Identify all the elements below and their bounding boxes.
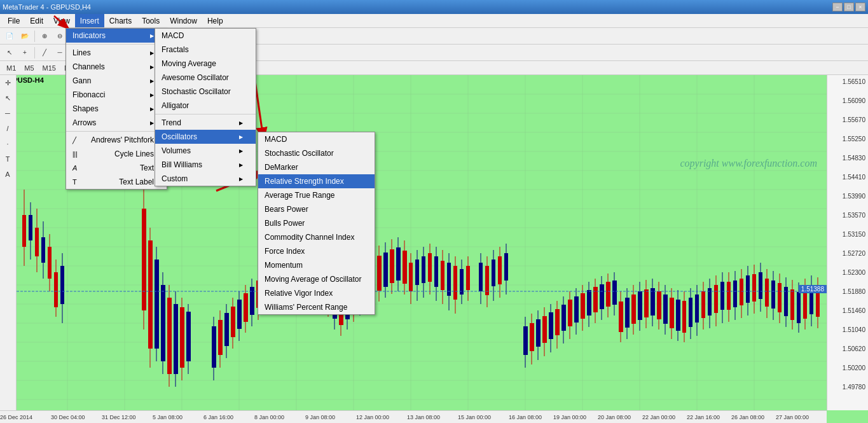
minimize-button[interactable]: −	[832, 3, 843, 11]
menu-item-insert[interactable]: Insert	[75, 14, 104, 27]
indicator-stochastic[interactable]: Stochastic Oscillator	[155, 85, 256, 99]
period-btn-m5[interactable]: M5	[20, 63, 38, 73]
menu-item-view[interactable]: View	[48, 14, 75, 27]
crosshair-tool[interactable]: +	[18, 46, 32, 60]
hline-tool[interactable]: ─	[53, 46, 67, 60]
osc-macd[interactable]: MACD	[258, 132, 375, 146]
menu-fibonacci[interactable]: Fibonacci	[66, 88, 167, 102]
cursor-tool[interactable]: ↖	[3, 46, 17, 60]
menu-gann[interactable]: Gann	[66, 74, 167, 88]
indicator-bill-williams[interactable]: Bill Williams	[155, 158, 256, 172]
indicator-oscillators[interactable]: Oscillators	[155, 130, 256, 144]
osc-williams-pr[interactable]: Williams' Percent Range	[258, 300, 375, 314]
candle-r1	[409, 253, 413, 304]
period-btn-m15[interactable]: M15	[39, 63, 60, 73]
candle-rec6	[244, 285, 248, 333]
price-1.53570: 1.53570	[843, 212, 865, 219]
svg-rect-143	[237, 300, 242, 329]
svg-rect-91	[733, 281, 737, 307]
menu-lines[interactable]: Lines	[66, 46, 167, 60]
svg-rect-197	[523, 326, 528, 355]
line-side-tool[interactable]: /	[0, 121, 15, 136]
menu-item-tools[interactable]: Tools	[137, 14, 165, 27]
hline-side-tool[interactable]: ─	[0, 106, 15, 121]
label-side-tool[interactable]: A	[0, 167, 15, 182]
indicator-fractals[interactable]: Fractals	[155, 43, 256, 57]
osc-bulls-power[interactable]: Bulls Power	[258, 216, 375, 230]
price-1.54830: 1.54830	[843, 155, 865, 162]
menu-text[interactable]: AText	[66, 161, 167, 175]
svg-rect-79	[695, 295, 699, 322]
svg-rect-69	[492, 260, 495, 286]
candle-rrec5	[549, 304, 553, 352]
menu-item-window[interactable]: Window	[165, 14, 202, 27]
osc-momentum[interactable]: Momentum	[258, 258, 375, 272]
osc-bears-power[interactable]: Bears Power	[258, 202, 375, 216]
indicator-custom[interactable]: Custom	[155, 172, 256, 186]
menu-item-edit[interactable]: Edit	[25, 14, 48, 27]
osc-atr[interactable]: Average True Range	[258, 188, 375, 202]
menu-andrews-pitchfork[interactable]: ╱Andrews' Pitchfork	[66, 133, 167, 147]
osc-rvi[interactable]: Relative Vigor Index	[258, 286, 375, 300]
insert-menu: Indicators Lines Channels Gann Fibonacci…	[65, 28, 167, 190]
svg-rect-217	[587, 290, 591, 316]
indicator-awesome-oscillator[interactable]: Awesome Oscillator	[155, 71, 256, 85]
menu-item-help[interactable]: Help	[202, 14, 228, 27]
text-side-tool[interactable]: T	[0, 151, 15, 167]
candle-far2	[689, 288, 692, 339]
indicator-volumes[interactable]: Volumes	[155, 144, 256, 158]
candle-r15	[504, 244, 508, 295]
svg-rect-41	[54, 272, 58, 307]
svg-rect-235	[644, 289, 649, 317]
osc-rsi[interactable]: Relative Strength Index	[258, 174, 375, 188]
current-price-value: 1.51388	[801, 286, 824, 293]
svg-rect-111	[797, 292, 801, 323]
open-button[interactable]: 📂	[18, 29, 32, 43]
menu-indicators[interactable]: Indicators	[66, 29, 167, 43]
candle-5	[48, 234, 52, 291]
candle-rrec1	[523, 317, 528, 368]
indicator-moving-average[interactable]: Moving Average	[155, 57, 256, 71]
svg-rect-99	[759, 272, 762, 299]
zoom-in-button[interactable]: ⊕	[38, 29, 52, 43]
crosshair-side-tool[interactable]: ✛	[0, 75, 15, 90]
price-1.52300: 1.52300	[843, 269, 865, 276]
side-toolbar: ✛ ↖ ─ / · T A	[0, 75, 17, 410]
svg-rect-239	[657, 291, 661, 319]
title-text: MetaTrader 4 - GBPUSD,H4	[3, 3, 91, 11]
maximize-button[interactable]: □	[844, 3, 854, 11]
menu-text-label[interactable]: TText Label	[66, 175, 167, 189]
osc-force-index[interactable]: Force Index	[258, 244, 375, 258]
menu-shapes[interactable]: Shapes	[66, 102, 167, 116]
indicator-alligator[interactable]: Alligator	[155, 99, 256, 113]
osc-mao[interactable]: Moving Average of Oscillator	[258, 272, 375, 286]
svg-rect-201	[536, 319, 541, 347]
osc-cci[interactable]: Commodity Channel Index	[258, 230, 375, 244]
menu-cycle-lines[interactable]: |||Cycle Lines	[66, 147, 167, 161]
new-chart-button[interactable]: 📄	[3, 29, 17, 43]
menu-item-charts[interactable]: Charts	[104, 14, 137, 27]
menu-arrows[interactable]: Arrows	[66, 116, 167, 130]
indicator-macd[interactable]: MACD	[155, 29, 256, 43]
candle-dip11	[390, 239, 394, 294]
indicator-trend[interactable]: Trend	[155, 116, 256, 130]
candle-r3	[422, 247, 425, 298]
zoom-out-button[interactable]: ⊖	[53, 29, 67, 43]
dot-side-tool[interactable]: ·	[0, 136, 15, 151]
candle-far12	[752, 265, 756, 314]
price-1.55250: 1.55250	[843, 135, 865, 142]
period-btn-m1[interactable]: M1	[3, 63, 20, 73]
svg-rect-241	[663, 295, 668, 324]
candle-rrec22	[657, 282, 661, 329]
menu-item-file[interactable]: File	[3, 14, 25, 27]
osc-demarker[interactable]: DeMarker	[258, 160, 375, 174]
price-axis: 1.56510 1.56090 1.55670 1.55250 1.54830 …	[827, 75, 868, 410]
candle-dip13	[403, 240, 407, 295]
menu-channels[interactable]: Channels	[66, 60, 167, 74]
cursor-side-tool[interactable]: ↖	[0, 90, 15, 106]
candle-far8	[727, 272, 731, 322]
line-tool[interactable]: ╱	[38, 46, 52, 60]
osc-stochastic[interactable]: Stochastic Oscillator	[258, 146, 375, 160]
svg-rect-215	[581, 293, 585, 319]
close-button[interactable]: ×	[855, 3, 865, 11]
